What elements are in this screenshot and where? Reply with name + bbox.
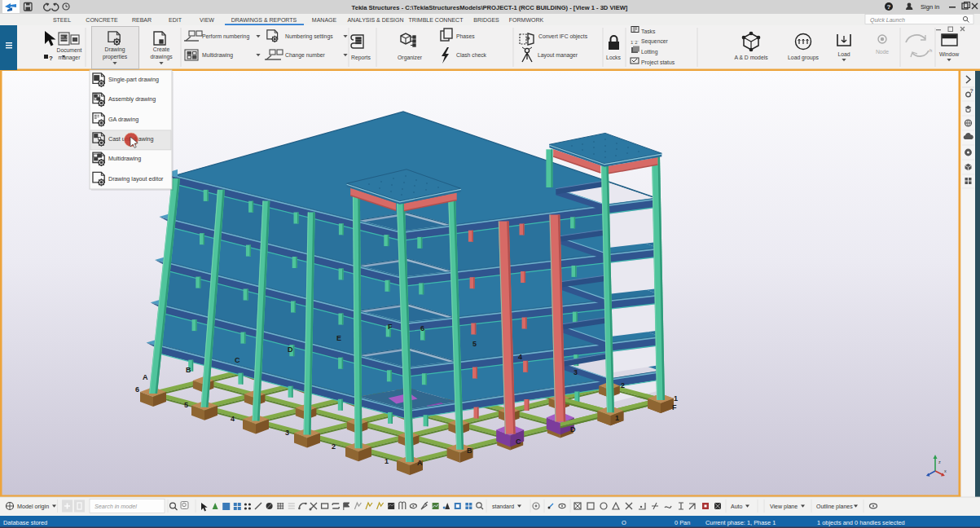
svg-text:0 Pan: 0 Pan <box>675 519 690 526</box>
svg-text:B: B <box>467 447 472 455</box>
svg-text:REBAR: REBAR <box>132 17 152 23</box>
svg-text:E: E <box>336 334 341 342</box>
svg-text:drawings: drawings <box>150 54 173 60</box>
svg-text:Clash check: Clash check <box>456 52 487 58</box>
svg-text:z: z <box>938 460 941 464</box>
svg-text:A & D models: A & D models <box>734 55 768 60</box>
svg-text:Multidrawing: Multidrawing <box>202 52 233 59</box>
svg-text:5: 5 <box>184 401 188 409</box>
svg-text:standard: standard <box>492 504 514 509</box>
svg-text:STEEL: STEEL <box>53 17 71 23</box>
svg-text:properties: properties <box>103 54 128 60</box>
svg-text:ANALYSIS & DESIGN: ANALYSIS & DESIGN <box>347 17 403 23</box>
svg-text:?: ? <box>887 3 891 11</box>
svg-text:3: 3 <box>573 368 578 376</box>
svg-text:1: 1 <box>615 414 619 422</box>
svg-text:Lotting: Lotting <box>641 49 658 55</box>
svg-text:?: ? <box>970 88 973 94</box>
svg-text:Sequencer: Sequencer <box>641 38 669 45</box>
svg-text:Current phase: 1, Phase 1: Current phase: 1, Phase 1 <box>705 519 776 526</box>
svg-text:C: C <box>516 438 521 446</box>
svg-text:A: A <box>143 373 148 381</box>
svg-text:Reports: Reports <box>351 55 371 61</box>
svg-text:BRIDGES: BRIDGES <box>473 17 499 23</box>
svg-text:2: 2 <box>621 381 625 389</box>
svg-text:Single-part drawing: Single-part drawing <box>108 76 159 83</box>
svg-text:F: F <box>388 323 393 331</box>
svg-text:h: h <box>929 48 932 53</box>
svg-text:Phases: Phases <box>456 33 475 39</box>
svg-text:Create: Create <box>153 46 170 52</box>
svg-text:Tasks: Tasks <box>641 29 656 34</box>
svg-text:O: O <box>622 519 626 526</box>
svg-text:2: 2 <box>332 442 336 451</box>
svg-text:VIEW: VIEW <box>200 17 214 23</box>
svg-text:x: x <box>944 469 947 473</box>
svg-text:Multidrawing: Multidrawing <box>108 155 141 162</box>
svg-text:Perform numbering: Perform numbering <box>202 33 249 40</box>
svg-text:Project status: Project status <box>641 59 675 66</box>
svg-text:Window: Window <box>939 51 959 57</box>
svg-text:Document: Document <box>57 47 82 53</box>
svg-text:Drawing layout editor: Drawing layout editor <box>108 175 164 183</box>
svg-text:MANAGE: MANAGE <box>312 17 337 23</box>
svg-text:Search in model: Search in model <box>94 503 137 510</box>
svg-text:Outline planes: Outline planes <box>816 504 853 510</box>
svg-text:TRIMBLE CONNECT: TRIMBLE CONNECT <box>409 17 464 23</box>
svg-text:Assembly drawing: Assembly drawing <box>108 95 156 103</box>
svg-text:B: B <box>186 366 191 374</box>
svg-text:GA drawing: GA drawing <box>108 116 138 123</box>
svg-text:C: C <box>235 356 240 364</box>
svg-text:D: D <box>288 345 293 354</box>
svg-text:A: A <box>417 459 423 467</box>
svg-text:DRAWINGS & REPORTS: DRAWINGS & REPORTS <box>231 17 297 23</box>
svg-text:FORMWORK: FORMWORK <box>509 17 544 23</box>
svg-text:6: 6 <box>135 385 139 394</box>
svg-text:Convert IFC objects: Convert IFC objects <box>538 33 588 40</box>
svg-text:Quick Launch: Quick Launch <box>870 17 905 24</box>
svg-text:1˙2˙: 1˙2˙ <box>631 40 639 45</box>
svg-text:Drawing: Drawing <box>105 46 125 53</box>
svg-text:5: 5 <box>472 340 477 348</box>
svg-text:4: 4 <box>231 415 235 423</box>
svg-text:Load: Load <box>837 51 850 57</box>
svg-text:Locks: Locks <box>606 55 621 60</box>
svg-text:Model origin: Model origin <box>17 503 49 510</box>
svg-text:manager: manager <box>59 55 81 61</box>
svg-text:Organizer: Organizer <box>398 55 423 61</box>
svg-text:1: 1 <box>385 457 389 465</box>
svg-text:F: F <box>672 403 677 411</box>
svg-text:Load groups: Load groups <box>788 55 819 61</box>
svg-text:D: D <box>570 425 576 433</box>
svg-text:3: 3 <box>285 429 289 437</box>
svg-text:EDIT: EDIT <box>169 17 182 23</box>
svg-text:Auto: Auto <box>731 504 743 509</box>
svg-text:?: ? <box>49 55 53 62</box>
svg-text:Layout manager: Layout manager <box>538 52 578 59</box>
svg-text:CONCRETE: CONCRETE <box>86 17 118 23</box>
svg-text:Sign in: Sign in <box>921 3 939 11</box>
svg-text:Node: Node <box>876 49 889 55</box>
svg-text:4: 4 <box>518 353 522 361</box>
svg-text:Numbering settings: Numbering settings <box>285 33 333 40</box>
svg-text:Database stored: Database stored <box>3 519 47 526</box>
svg-text:6: 6 <box>420 324 424 332</box>
svg-text:Tekla Structures - C:\TeklaStr: Tekla Structures - C:\TeklaStructuresMod… <box>352 4 628 11</box>
svg-text:View plane: View plane <box>770 504 798 510</box>
svg-text:Change number: Change number <box>285 52 325 59</box>
svg-text:1: 1 <box>674 394 678 403</box>
svg-text:1 objects and 0 handles select: 1 objects and 0 handles selected <box>817 519 905 526</box>
